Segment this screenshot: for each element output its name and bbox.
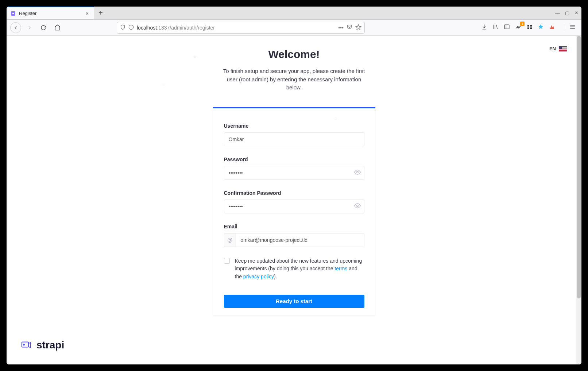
extension-icon-2[interactable]	[527, 24, 533, 31]
strapi-wordmark: strapi	[36, 339, 64, 351]
url-text: localhost:1337/admin/auth/register	[137, 25, 335, 31]
language-picker[interactable]: EN	[549, 46, 567, 51]
email-label: Email	[224, 224, 364, 229]
username-input[interactable]	[224, 132, 364, 146]
newsletter-text: Keep me updated about the new features a…	[235, 257, 364, 281]
nav-bar: localhost:1337/admin/auth/register ••• 1	[7, 20, 581, 36]
deco-circle-icon: ○	[334, 115, 337, 121]
scrollbar[interactable]	[576, 36, 581, 364]
close-tab-button[interactable]: ×	[84, 10, 90, 16]
browser-tab[interactable]: Register ×	[7, 7, 94, 19]
language-code: EN	[549, 46, 556, 51]
svg-rect-9	[504, 25, 509, 29]
eye-icon[interactable]	[354, 202, 361, 210]
url-bar[interactable]: localhost:1337/admin/auth/register •••	[117, 22, 365, 34]
window-controls: — ▢ ✕	[555, 7, 581, 19]
library-icon[interactable]	[492, 24, 499, 31]
extension-icon-1[interactable]: 1	[515, 24, 522, 32]
svg-point-19	[356, 205, 358, 206]
svg-rect-12	[530, 25, 532, 27]
email-at-prefix: @	[224, 233, 236, 247]
page-title: Welcome!	[268, 48, 320, 61]
svg-rect-13	[527, 27, 529, 29]
svg-line-8	[496, 25, 498, 29]
page-content: EN ★ ○ ○ Welcome! To finish setup and se…	[7, 36, 581, 364]
svg-rect-11	[527, 25, 529, 27]
confirm-password-input[interactable]	[224, 200, 364, 213]
maximize-button[interactable]: ▢	[565, 10, 569, 16]
extension-icon-4[interactable]	[549, 24, 555, 31]
terms-link[interactable]: terms	[334, 266, 347, 271]
downloads-icon[interactable]	[481, 24, 487, 31]
svg-point-18	[356, 171, 358, 173]
password-label: Password	[224, 156, 364, 162]
deco-star-icon: ★	[193, 54, 197, 60]
tab-bar: Register × + — ▢ ✕	[7, 7, 581, 20]
email-input[interactable]	[236, 233, 364, 247]
strapi-logo-icon	[20, 339, 32, 351]
reload-button[interactable]	[38, 22, 49, 33]
confirm-password-label: Confirmation Password	[224, 190, 364, 196]
bookmark-star-icon[interactable]	[355, 24, 361, 31]
svg-rect-20	[22, 342, 28, 347]
minimize-button[interactable]: —	[555, 10, 560, 16]
extension-badge: 1	[520, 22, 525, 26]
svg-marker-5	[356, 24, 361, 29]
svg-rect-14	[530, 27, 532, 29]
strapi-logo: strapi	[20, 339, 64, 351]
privacy-link[interactable]: privacy policy	[243, 274, 274, 279]
password-input[interactable]	[224, 166, 364, 180]
svg-rect-1	[12, 13, 14, 14]
username-label: Username	[224, 123, 364, 129]
info-icon[interactable]	[128, 24, 134, 31]
pocket-icon[interactable]	[347, 24, 352, 31]
shield-icon[interactable]	[120, 24, 125, 31]
svg-point-21	[23, 344, 25, 345]
register-form: Username Password Confirmation Password	[213, 107, 375, 315]
deco-circle-icon: ○	[162, 81, 165, 87]
new-tab-button[interactable]: +	[94, 7, 107, 19]
us-flag-icon	[559, 46, 567, 51]
menu-button[interactable]	[564, 24, 576, 31]
home-button[interactable]	[52, 22, 63, 33]
eye-icon[interactable]	[354, 169, 361, 177]
page-subtitle: To finish setup and secure your app, ple…	[221, 67, 367, 92]
submit-button[interactable]: Ready to start	[224, 295, 364, 308]
forward-button[interactable]	[24, 22, 35, 33]
back-button[interactable]	[10, 22, 21, 33]
scrollbar-thumb[interactable]	[577, 36, 581, 298]
page-actions-button[interactable]: •••	[338, 25, 344, 31]
close-window-button[interactable]: ✕	[575, 10, 579, 16]
extension-icon-3[interactable]	[538, 24, 544, 31]
tab-title: Register	[19, 11, 84, 16]
sidebar-icon[interactable]	[504, 24, 510, 31]
strapi-favicon	[10, 11, 16, 16]
newsletter-checkbox[interactable]	[224, 258, 230, 264]
